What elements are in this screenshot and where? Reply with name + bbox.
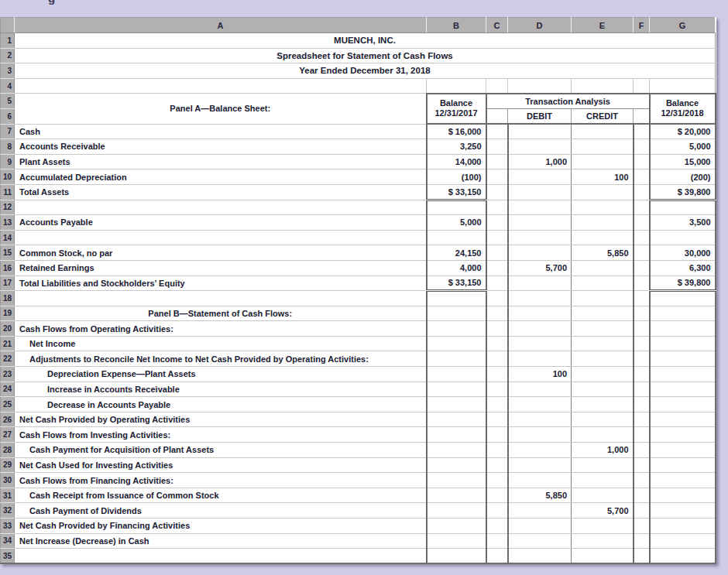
cell-A27[interactable]: Cash Flows from Investing Activities: (15, 427, 427, 443)
transaction-analysis-header[interactable]: Transaction Analysis (486, 94, 650, 109)
cell-E20[interactable] (572, 321, 634, 337)
cell-A18[interactable] (15, 291, 427, 306)
select-all-corner[interactable] (1, 18, 15, 33)
cell-A24[interactable]: Increase in Accounts Receivable (15, 382, 427, 397)
cell-D18[interactable] (508, 291, 572, 306)
cell-E14[interactable] (572, 230, 634, 245)
cell-C19[interactable] (486, 306, 508, 321)
row-header-19[interactable]: 19 (1, 306, 15, 321)
cell-A15[interactable]: Common Stock, no par (15, 245, 427, 261)
cell-F12[interactable] (634, 200, 650, 215)
cell-A26[interactable]: Net Cash Provided by Operating Activitie… (15, 412, 427, 427)
row-header-23[interactable]: 23 (1, 367, 15, 382)
cell-A8[interactable]: Accounts Receivable (15, 139, 427, 155)
row-header-12[interactable]: 12 (1, 200, 15, 215)
cell-G13[interactable]: 3,500 (650, 215, 716, 231)
cell-F15[interactable] (634, 245, 650, 261)
cell-F14[interactable] (634, 230, 650, 245)
cell-F31[interactable] (634, 488, 650, 503)
cell-D19[interactable] (508, 306, 572, 321)
cell-B4[interactable] (427, 78, 486, 94)
cell-B29[interactable] (427, 457, 486, 473)
cell-F10[interactable] (634, 169, 650, 185)
row-header-32[interactable]: 32 (1, 503, 15, 519)
cell-B25[interactable] (427, 397, 486, 412)
cell-E27[interactable] (572, 427, 634, 443)
cell-E32[interactable]: 5,700 (572, 503, 634, 519)
cell-F19[interactable] (634, 306, 650, 321)
debit-header[interactable]: DEBIT (508, 108, 572, 124)
cell-A17[interactable]: Total Liabilities and Stockholders’ Equi… (15, 276, 427, 291)
row-header-29[interactable]: 29 (1, 457, 15, 473)
cell-E19[interactable] (572, 306, 634, 321)
credit-header[interactable]: CREDIT (572, 108, 634, 124)
cell-A11[interactable]: Total Assets (15, 184, 427, 200)
cell-B17[interactable]: $ 33,150 (427, 276, 486, 291)
cell-E31[interactable] (572, 488, 634, 503)
cell-B30[interactable] (427, 473, 486, 488)
cell-A9[interactable]: Plant Assets (15, 154, 427, 169)
cell-D12[interactable] (508, 200, 572, 215)
cell-B10[interactable]: (100) (427, 169, 486, 185)
cell-G34[interactable] (650, 533, 716, 549)
cell-B19[interactable] (427, 306, 486, 321)
cell-A35[interactable] (15, 549, 427, 564)
cell-B24[interactable] (427, 382, 486, 397)
cell-C34[interactable] (486, 533, 508, 549)
cell-D7[interactable] (508, 124, 572, 139)
cell-C20[interactable] (486, 321, 508, 337)
cell-D31[interactable]: 5,850 (508, 488, 572, 503)
cell-F25[interactable] (634, 397, 650, 412)
cell-B13[interactable]: 5,000 (427, 215, 486, 231)
cell-E30[interactable] (572, 473, 634, 488)
column-header-B[interactable]: B (427, 18, 486, 33)
cell-A20[interactable]: Cash Flows from Operating Activities: (15, 321, 427, 337)
cell-F23[interactable] (634, 367, 650, 382)
column-header-F[interactable]: F (634, 18, 650, 33)
cell-A25[interactable]: Decrease in Accounts Payable (15, 397, 427, 412)
cell-F35[interactable] (634, 549, 650, 564)
cell-E17[interactable] (572, 276, 634, 291)
cell-C17[interactable] (486, 276, 508, 291)
column-header-A[interactable]: A (15, 18, 427, 33)
cell-C14[interactable] (486, 230, 508, 245)
cell-G28[interactable] (650, 443, 716, 458)
row-header-20[interactable]: 20 (1, 321, 15, 337)
cell-E11[interactable] (572, 184, 634, 200)
cell-C21[interactable] (486, 336, 508, 351)
cell-E22[interactable] (572, 351, 634, 367)
cell-C28[interactable] (486, 443, 508, 458)
cell-A4[interactable] (15, 78, 427, 94)
cell-A29[interactable]: Net Cash Used for Investing Activities (15, 457, 427, 473)
cell-F27[interactable] (634, 427, 650, 443)
cell-F7[interactable] (634, 124, 650, 139)
row-header-6[interactable]: 6 (1, 108, 15, 124)
cell-E35[interactable] (572, 549, 634, 564)
cell-D30[interactable] (508, 473, 572, 488)
cell-A3[interactable]: Year Ended December 31, 2018 (15, 63, 716, 79)
row-header-21[interactable]: 21 (1, 336, 15, 351)
cell-A30[interactable]: Cash Flows from Financing Activities: (15, 473, 427, 488)
cell-G32[interactable] (650, 503, 716, 519)
cell-F32[interactable] (634, 503, 650, 519)
cell-G12[interactable] (650, 200, 716, 215)
cell-C22[interactable] (486, 351, 508, 367)
cell-D35[interactable] (508, 549, 572, 564)
cell-A28[interactable]: Cash Payment for Acquisition of Plant As… (15, 443, 427, 458)
cell-B26[interactable] (427, 412, 486, 427)
cell-F29[interactable] (634, 457, 650, 473)
cell-B31[interactable] (427, 488, 486, 503)
cell-D24[interactable] (508, 382, 572, 397)
column-header-E[interactable]: E (572, 18, 634, 33)
cell-A32[interactable]: Cash Payment of Dividends (15, 503, 427, 519)
cell-F24[interactable] (634, 382, 650, 397)
cell-C11[interactable] (486, 184, 508, 200)
row-header-26[interactable]: 26 (1, 412, 15, 427)
cell-G30[interactable] (650, 473, 716, 488)
cell-E18[interactable] (572, 291, 634, 306)
cell-G15[interactable]: 30,000 (650, 245, 716, 261)
cell-A13[interactable]: Accounts Payable (15, 215, 427, 231)
cell-F16[interactable] (634, 260, 650, 276)
column-header-G[interactable]: G (650, 18, 716, 33)
cell-C24[interactable] (486, 382, 508, 397)
